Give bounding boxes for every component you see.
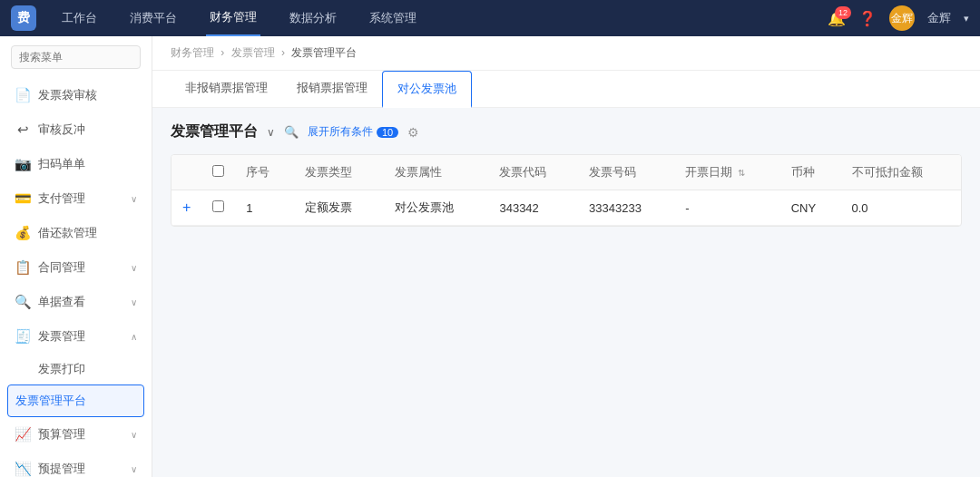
sidebar-item-invoice-platform[interactable]: 发票管理平台 (7, 385, 144, 417)
sidebar-menu: 📄 发票袋审核 ↩ 审核反冲 📷 扫码单单 💳 支付管理 ∨ 💰 借还款管理 (0, 78, 152, 477)
logo-icon: 费 (11, 5, 36, 31)
notification-button[interactable]: 🔔 12 (828, 10, 846, 27)
nav-data[interactable]: 数据分析 (286, 0, 340, 36)
row-add-btn[interactable]: + (172, 190, 201, 226)
breadcrumb: 财务管理 › 发票管理 › 发票管理平台 (152, 36, 980, 71)
filter-button[interactable]: 展开所有条件 10 (308, 124, 398, 140)
invoice-review-icon: 📄 (15, 87, 31, 103)
sidebar-item-loan[interactable]: 💰 借还款管理 (0, 216, 152, 250)
select-all-checkbox[interactable] (212, 165, 224, 177)
page-content: 发票管理平台 ∨ 🔍 展开所有条件 10 ⚙ (152, 108, 980, 477)
sidebar-label: 发票管理 (38, 328, 85, 345)
contract-icon: 📋 (15, 259, 31, 276)
question-icon: ❓ (858, 11, 877, 26)
sidebar-item-invoice-review[interactable]: 📄 发票袋审核 (0, 78, 152, 112)
sidebar-label: 审核反冲 (38, 122, 85, 138)
search-box (0, 36, 152, 78)
sidebar-sub-label-active: 发票管理平台 (15, 393, 86, 409)
row-index: 1 (235, 190, 294, 226)
invoice-table: 序号 发票类型 发票属性 发票代码 发票号码 开票日期 ⇅ 币种 不可抵扣金额 (172, 155, 961, 226)
table-header-row: 序号 发票类型 发票属性 发票代码 发票号码 开票日期 ⇅ 币种 不可抵扣金额 (172, 155, 961, 190)
contract-arrow: ∨ (131, 263, 137, 273)
nav-consume[interactable]: 消费平台 (126, 0, 181, 36)
page-header: 发票管理平台 ∨ 🔍 展开所有条件 10 ⚙ (171, 122, 962, 141)
col-attr: 发票属性 (384, 155, 489, 190)
row-number: 33343233 (578, 190, 674, 226)
tab-non-reimbursement[interactable]: 非报销票据管理 (171, 71, 282, 107)
top-navigation: 费 工作台 消费平台 财务管理 数据分析 系统管理 🔔 12 ❓ 金辉 金辉 ▾ (0, 0, 980, 36)
row-code: 343342 (488, 190, 578, 226)
sidebar-label: 发票袋审核 (38, 87, 97, 103)
sidebar-label: 预提管理 (38, 461, 85, 477)
payment-icon: 💳 (15, 190, 31, 207)
breadcrumb-item-1[interactable]: 财务管理 (171, 46, 214, 59)
col-code: 发票代码 (488, 155, 578, 190)
invoice-mgmt-arrow: ∧ (131, 332, 137, 342)
accrual-icon: 📉 (15, 461, 31, 477)
sidebar-sub-label: 发票打印 (38, 362, 85, 375)
search-input[interactable] (11, 45, 141, 69)
tabs-bar: 非报销票据管理 报销票据管理 对公发票池 (152, 71, 980, 108)
accrual-arrow: ∨ (131, 464, 137, 474)
page-title: 发票管理平台 (171, 122, 258, 141)
help-button[interactable]: ❓ (858, 10, 877, 27)
sidebar-item-audit-reverse[interactable]: ↩ 审核反冲 (0, 112, 152, 147)
loan-icon: 💰 (15, 225, 31, 241)
sidebar-item-invoice-mgmt[interactable]: 🧾 发票管理 ∧ (0, 319, 152, 354)
breadcrumb-item-3: 发票管理平台 (291, 46, 357, 59)
doc-view-arrow: ∨ (131, 297, 137, 307)
title-dropdown-icon[interactable]: ∨ (267, 126, 275, 139)
date-sort-icon: ⇅ (738, 168, 745, 178)
sidebar-item-contract[interactable]: 📋 合同管理 ∨ (0, 250, 152, 285)
tab-public-pool[interactable]: 对公发票池 (382, 71, 472, 108)
col-date[interactable]: 开票日期 ⇅ (674, 155, 779, 190)
sidebar-item-scan[interactable]: 📷 扫码单单 (0, 147, 152, 181)
table-row: + 1 定额发票 对公发票池 343342 33343233 - CNY 0.0 (172, 190, 961, 226)
sidebar-label: 合同管理 (38, 259, 85, 276)
table-container: 序号 发票类型 发票属性 发票代码 发票号码 开票日期 ⇅ 币种 不可抵扣金额 (171, 154, 962, 227)
budget-arrow: ∨ (131, 430, 137, 440)
row-attr: 对公发票池 (384, 190, 489, 226)
audit-reverse-icon: ↩ (15, 122, 31, 138)
col-index: 序号 (235, 155, 294, 190)
tab-reimbursement[interactable]: 报销票据管理 (282, 71, 382, 107)
col-currency: 币种 (780, 155, 841, 190)
col-number: 发票号码 (578, 155, 674, 190)
user-avatar[interactable]: 金辉 (889, 5, 915, 31)
nav-workbench[interactable]: 工作台 (58, 0, 101, 36)
settings-icon[interactable]: ⚙ (407, 125, 419, 140)
sidebar-item-payment[interactable]: 💳 支付管理 ∨ (0, 181, 152, 216)
sidebar-item-budget[interactable]: 📈 预算管理 ∨ (0, 417, 152, 452)
payment-arrow: ∨ (131, 194, 137, 204)
row-date: - (674, 190, 779, 226)
col-checkbox (201, 155, 235, 190)
sidebar-item-accrual[interactable]: 📉 预提管理 ∨ (0, 452, 152, 477)
sidebar-label: 借还款管理 (38, 225, 97, 241)
sidebar-label: 支付管理 (38, 190, 85, 207)
col-add (172, 155, 201, 190)
nav-right: 🔔 12 ❓ 金辉 金辉 ▾ (828, 5, 969, 31)
content-area: 财务管理 › 发票管理 › 发票管理平台 非报销票据管理 报销票据管理 对公发票… (152, 36, 980, 477)
sidebar-item-invoice-print[interactable]: 发票打印 (0, 354, 152, 385)
row-type: 定额发票 (294, 190, 384, 226)
user-name[interactable]: 金辉 (927, 10, 951, 26)
breadcrumb-item-2[interactable]: 发票管理 (231, 46, 275, 59)
sidebar-label: 单据查看 (38, 294, 85, 310)
invoice-mgmt-icon: 🧾 (15, 328, 31, 345)
scan-icon: 📷 (15, 156, 31, 172)
doc-view-icon: 🔍 (15, 294, 31, 310)
col-type: 发票类型 (294, 155, 384, 190)
row-checkbox[interactable] (212, 200, 224, 212)
sidebar-item-doc-view[interactable]: 🔍 单据查看 ∨ (0, 285, 152, 319)
nav-system[interactable]: 系统管理 (366, 0, 420, 36)
logo-area: 费 (11, 5, 36, 31)
nav-finance[interactable]: 财务管理 (206, 0, 260, 36)
notification-badge: 12 (835, 6, 851, 19)
sidebar-label: 预算管理 (38, 426, 85, 443)
user-dropdown-icon[interactable]: ▾ (964, 13, 969, 24)
filter-count-badge: 10 (377, 127, 398, 138)
col-no-deduct: 不可抵扣金额 (841, 155, 961, 190)
row-currency: CNY (780, 190, 841, 226)
sidebar-label: 扫码单单 (38, 156, 85, 172)
sidebar: 📄 发票袋审核 ↩ 审核反冲 📷 扫码单单 💳 支付管理 ∨ 💰 借还款管理 (0, 36, 152, 477)
